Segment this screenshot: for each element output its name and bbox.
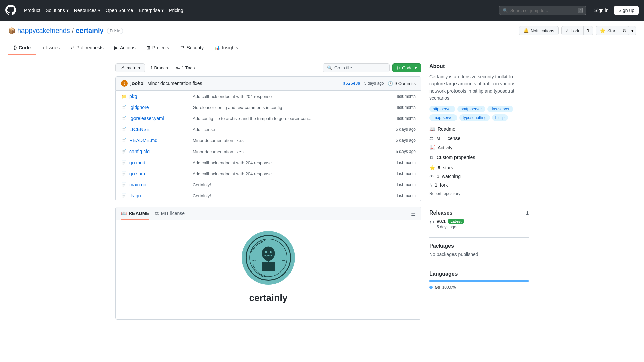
file-name-link[interactable]: go.sum (129, 171, 190, 176)
repo-name-link[interactable]: certainly (76, 27, 103, 35)
nav-pricing[interactable]: Pricing (166, 6, 186, 15)
top-nav: Product Solutions ▾ Resources ▾ Open Sou… (0, 0, 644, 21)
file-name-link[interactable]: LICENSE (129, 127, 190, 132)
file-commit-msg: Add callback endpoint with 204 response (193, 160, 394, 165)
star-count-button[interactable]: 8 (620, 26, 629, 35)
tag-typosquatting[interactable]: typosquatting (459, 114, 490, 121)
code-dropdown-button[interactable]: ⟨⟩ Code ▾ (392, 63, 421, 72)
file-name-link[interactable]: .goreleaser.yaml (129, 116, 190, 121)
search-icon: 🔍 (503, 8, 508, 13)
file-name-link[interactable]: .gitignore (129, 105, 190, 110)
repo-separator: / (72, 27, 74, 35)
activity-link[interactable]: 📈 Activity (429, 144, 529, 152)
code-button-icon: ⟨⟩ (397, 65, 400, 70)
fork-count-button[interactable]: 1 (584, 26, 593, 35)
go-to-file-box[interactable]: 🔍 Go to file (323, 63, 390, 72)
readme-link[interactable]: 📖 Readme (429, 125, 529, 133)
file-commit-msg: Certainly! (193, 182, 394, 187)
languages-title: Languages (429, 271, 529, 277)
search-box[interactable]: 🔍 / (499, 6, 586, 15)
actions-tab-icon: ▶ (114, 45, 118, 50)
history-icon: 🕐 (388, 81, 393, 86)
insights-tab-icon: 📊 (214, 45, 220, 50)
tab-pull-requests[interactable]: ↵ Pull requests (65, 41, 109, 55)
commit-author-link[interactable]: joohoi (130, 81, 145, 86)
sidebar-divider-1 (429, 204, 529, 204)
file-row-tlsgo: 📄 tls.go Certainly! last month (116, 190, 421, 201)
file-name-link[interactable]: pkg (129, 94, 190, 99)
readme-content: CERTAINLY TASTY CREDS YES SIR certainly (116, 220, 421, 319)
branch-count: 1 (150, 65, 153, 70)
tab-insights[interactable]: 📊 Insights (209, 41, 244, 55)
repo-owner-link[interactable]: happycakefriends (17, 27, 70, 35)
fork-button[interactable]: ⑃ Fork (561, 26, 584, 35)
file-icon: 📄 (121, 127, 127, 132)
file-name-link[interactable]: tls.go (129, 193, 190, 198)
file-time: 5 days ago (396, 127, 416, 132)
readme-tab-bar: 📖 README ⚖ MIT license ☰ (116, 207, 421, 220)
watching-count: 1 (437, 174, 439, 179)
nav-enterprise[interactable]: Enterprise ▾ (136, 6, 166, 15)
file-name-link[interactable]: README.md (129, 138, 190, 143)
commit-hash-link[interactable]: a626e8a (343, 81, 360, 86)
eye-stat-icon: 👁 (429, 174, 434, 179)
readme-title: certainly (249, 293, 287, 303)
file-row-license: 📄 LICENSE Add license 5 days ago (116, 124, 421, 135)
packages-empty: No packages published (429, 252, 529, 257)
custom-properties-link[interactable]: 🖥 Custom properties (429, 153, 529, 161)
file-name-link[interactable]: main.go (129, 182, 190, 187)
sign-in-button[interactable]: Sign in (592, 6, 611, 15)
tag-bitflip[interactable]: bitflip (492, 114, 508, 121)
tab-mit-license[interactable]: ⚖ MIT license (155, 207, 185, 220)
tab-actions[interactable]: ▶ Actions (109, 41, 141, 55)
stars-count: 8 (438, 165, 440, 170)
code-button-label: Code (402, 65, 413, 70)
tab-issues[interactable]: ○ Issues (36, 41, 65, 55)
release-version-link[interactable]: v0.1 (437, 219, 446, 224)
star-button[interactable]: ⭐ Star (596, 26, 620, 35)
tags-link[interactable]: 🏷 1 Tags (173, 64, 198, 72)
activity-link-icon: 📈 (429, 145, 435, 150)
github-logo[interactable] (5, 5, 16, 16)
file-time: last month (397, 171, 416, 176)
branch-selector[interactable]: ⎇ main ▾ (115, 63, 145, 72)
report-repo-link[interactable]: Report repository (429, 191, 529, 196)
go-lang-pct: 100.0% (442, 285, 456, 290)
tab-code[interactable]: ⟨⟩ Code (8, 41, 36, 55)
file-icon: 📄 (121, 138, 127, 143)
forks-stat: ⑃ 1 fork (429, 181, 529, 189)
releases-header: Releases 1 (429, 210, 529, 216)
search-input[interactable] (510, 8, 576, 13)
tab-security[interactable]: 🛡 Security (174, 41, 209, 55)
file-row-pkg: 📁 pkg Add callback endpoint with 204 res… (116, 90, 421, 102)
stars-stat: ⭐ 8 stars (429, 164, 529, 171)
tab-readme[interactable]: 📖 README (121, 207, 149, 220)
tag-imap-server[interactable]: imap-server (429, 114, 457, 121)
file-commit-msg: Add callback endpoint with 204 response (193, 94, 394, 99)
tag-http-server[interactable]: http-server (429, 106, 455, 112)
readme-list-icon[interactable]: ☰ (411, 210, 416, 217)
readme-link-icon: 📖 (429, 126, 435, 132)
file-name-link[interactable]: config.cfg (129, 149, 190, 154)
nav-open-source[interactable]: Open Source (103, 6, 136, 15)
license-link[interactable]: ⚖ MIT license (429, 134, 529, 142)
readme-book-icon: 📖 (121, 210, 127, 216)
tag-smtp-server[interactable]: smtp-server (457, 106, 485, 112)
code-tab-icon: ⟨⟩ (13, 45, 17, 50)
notifications-button[interactable]: 🔔 Notifications (519, 26, 559, 35)
nav-solutions[interactable]: Solutions ▾ (43, 6, 71, 15)
fork-label: Fork (571, 28, 579, 33)
file-time: last month (397, 105, 416, 110)
commits-history-link[interactable]: 🕐 9 Commits (388, 81, 416, 86)
nav-product[interactable]: Product (21, 6, 43, 15)
branches-link[interactable]: 1 Branch (148, 64, 170, 72)
tag-dns-server[interactable]: dns-server (487, 106, 513, 112)
branch-left: ⎇ main ▾ 1 Branch 🏷 1 Tags (115, 63, 197, 72)
file-name-link[interactable]: go.mod (129, 160, 190, 165)
tab-projects[interactable]: ⊞ Projects (141, 41, 175, 55)
sign-up-button[interactable]: Sign up (614, 6, 639, 15)
star-dropdown-button[interactable]: ▾ (629, 26, 636, 35)
branch-label: Branch (154, 65, 168, 70)
nav-resources[interactable]: Resources ▾ (71, 6, 103, 15)
file-time: last month (397, 94, 416, 99)
